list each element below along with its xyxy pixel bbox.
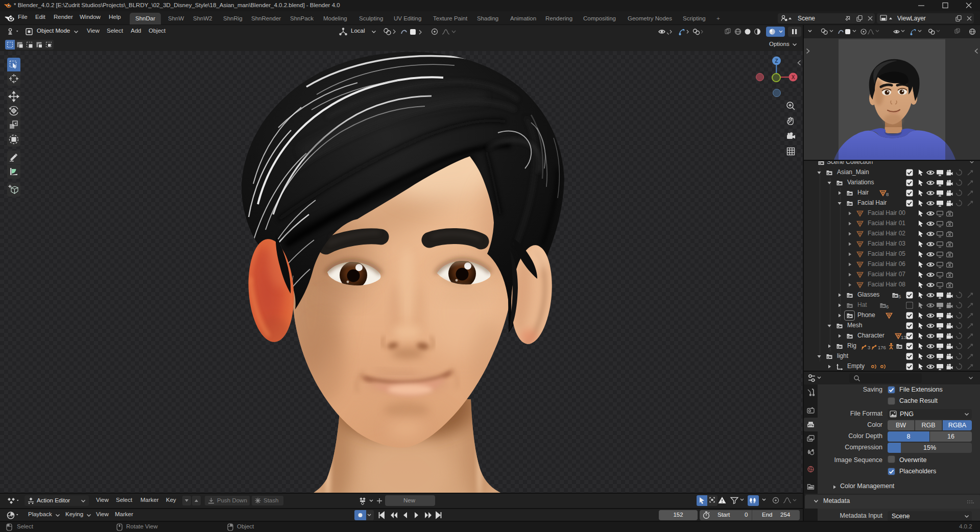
- svg-text:Z: Z: [775, 58, 778, 64]
- svg-text:X: X: [792, 75, 795, 80]
